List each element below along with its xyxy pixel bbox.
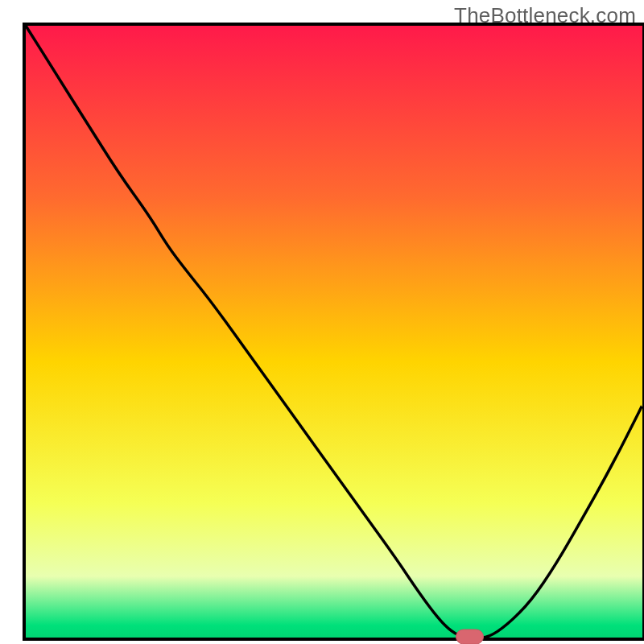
watermark-text: TheBottleneck.com [454, 3, 636, 28]
plot-background [26, 26, 642, 638]
chart-canvas [0, 0, 644, 644]
optimal-point-marker [456, 630, 484, 644]
